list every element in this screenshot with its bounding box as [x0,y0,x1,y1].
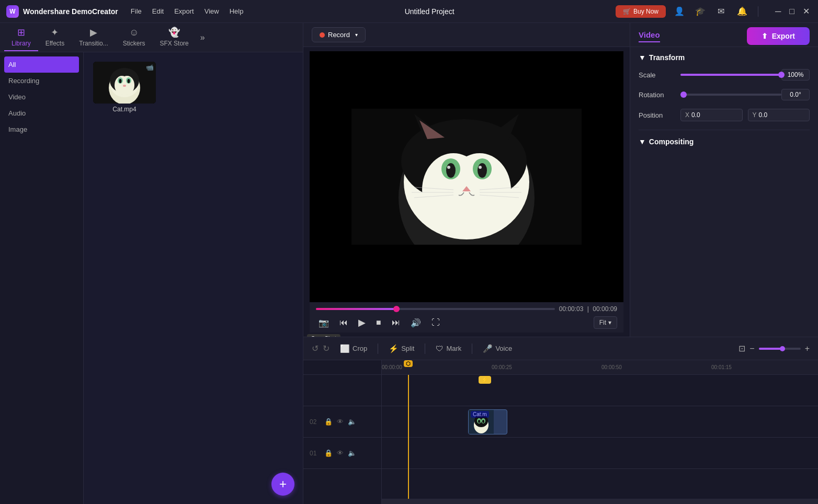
menu-view[interactable]: View [204,7,219,15]
minimize-button[interactable]: ─ [773,6,783,16]
fit-timeline-button[interactable]: ⊡ [739,343,745,353]
zoom-in-button[interactable]: + [805,344,810,353]
center-right-wrapper: ⬆ Export Record ▾ [303,23,818,504]
stop-button[interactable]: ■ [373,317,384,328]
snapshot-button[interactable]: 📷 [316,317,332,329]
ruler-spacer [303,360,381,375]
menu-help[interactable]: Help [230,7,244,15]
timeline-ruler: 00:00:00 00:00:25 00:00:50 00:01:15 00:0… [382,360,818,375]
ruler-50: 00:00:50 [601,364,622,370]
media-thumb-cat: 📹 [93,62,156,104]
toolbar-separator [378,343,378,354]
divider [758,6,758,17]
close-button[interactable]: ✕ [801,6,812,16]
control-buttons: 📷 SnapShot ⏮ ▶ ■ ⏭ 🔊 ⛶ Fit ▾ [316,316,617,329]
transitions-tab-label: Transitio... [79,40,108,47]
track-02-controls: 02 🔒 👁 🔈 [303,418,382,426]
play-button[interactable]: ▶ [356,316,368,329]
menu-edit[interactable]: Edit [152,7,164,15]
playhead: ⬡ [408,375,409,499]
track-02-lock[interactable]: 🔒 [324,418,333,426]
menu-file[interactable]: File [131,7,142,15]
buy-now-button[interactable]: 🛒 Buy Now [616,5,666,18]
pos-y-field[interactable]: Y 0.0 [748,109,810,121]
rotation-slider[interactable] [680,94,781,96]
sfx-tab-label: SFX Store [160,40,188,47]
notification-icon[interactable]: 🔔 [735,4,749,19]
track-01-eye[interactable]: 👁 [337,449,344,457]
crop-tool[interactable]: ⬜ Crop [340,344,367,353]
sidebar-item-all[interactable]: All [4,56,79,73]
add-media-button[interactable]: + [271,473,294,496]
mail-icon[interactable]: ✉ [714,4,729,19]
position-row: Position X 0.0 Y 0.0 [639,109,810,121]
menu-export[interactable]: Export [174,7,194,15]
ruler-115: 00:01:15 [711,364,732,370]
tab-library[interactable]: ⊞ Library [4,24,38,51]
volume-button[interactable]: 🔊 [408,317,424,329]
sidebar-item-audio[interactable]: Audio [0,105,83,121]
track-rows: ⬡ ⚡ [382,375,818,499]
empty-track-row: ⚡ [382,375,818,406]
right-panel-content: ▼ Transform Scale 100% [630,47,818,337]
export-button[interactable]: ⬆ Export [747,27,810,45]
mark-tool[interactable]: 🛡 Mark [436,344,461,353]
track-01-lock[interactable]: 🔒 [324,449,333,457]
center-panel: Record ▾ [303,23,630,337]
transform-section-header[interactable]: ▼ Transform [639,53,810,62]
sfx-tab-icon: 👻 [168,27,180,38]
tab-sfx[interactable]: 👻 SFX Store [152,24,196,51]
record-chevron: ▾ [355,32,358,38]
compositing-section-header[interactable]: ▼ Compositing [639,138,810,146]
media-grid: 📹 Cat.mp4 + [84,52,303,504]
library-tab-icon: ⊞ [17,27,25,38]
track-02-audio[interactable]: 🔈 [348,418,356,426]
toolbar-separator-3 [472,343,472,354]
graduation-icon[interactable]: 🎓 [693,4,708,19]
sidebar-item-image[interactable]: Image [0,121,83,138]
media-type-icon: 📹 [146,64,154,71]
library-tabs: ⊞ Library ✦ Effects ▶ Transitio... ☺ Sti… [0,23,303,52]
snapshot-tooltip: SnapShot [307,334,340,337]
tab-stickers[interactable]: ☺ Stickers [116,24,153,51]
maximize-button[interactable]: □ [787,6,797,16]
progress-track[interactable] [316,308,555,310]
mark-icon: 🛡 [436,344,444,353]
lib-more-button[interactable]: » [196,31,209,44]
rotation-value: 0.0° [781,89,810,100]
library-sidebar: All Recording Video Audio Image [0,52,84,504]
timeline-scrollbar[interactable] [382,499,818,504]
split-tool[interactable]: ⚡ Split [389,344,414,353]
track-labels: 02 🔒 👁 🔈 01 🔒 👁 🔈 [303,360,382,504]
account-icon[interactable]: 👤 [672,4,687,19]
undo-button[interactable]: ↺ [312,343,319,353]
track-01-audio[interactable]: 🔈 [348,449,356,457]
media-item-cat[interactable]: 📹 Cat.mp4 [93,62,156,113]
sidebar-item-video[interactable]: Video [0,89,83,105]
sidebar-item-recording[interactable]: Recording [0,73,83,89]
skip-forward-button[interactable]: ⏭ [389,317,403,328]
rotation-thumb [680,91,687,98]
svg-point-7 [119,79,122,83]
app-logo: W Wondershare DemoCreator [6,5,118,18]
tab-transitions[interactable]: ▶ Transitio... [72,24,116,51]
track-01-row [382,438,818,469]
skip-back-button[interactable]: ⏮ [337,317,350,328]
scale-slider[interactable] [680,74,781,76]
svg-point-21 [479,166,482,169]
track-label-01: 01 🔒 👁 🔈 [303,438,381,469]
tab-effects[interactable]: ✦ Effects [38,24,72,51]
record-button[interactable]: Record ▾ [312,27,366,42]
zoom-out-button[interactable]: − [749,344,754,353]
voice-tool[interactable]: 🎤 Voice [483,344,512,353]
compositing-arrow: ▼ [639,138,646,146]
redo-button[interactable]: ↻ [323,343,330,353]
video-clip[interactable]: Cat.m [468,409,507,434]
fullscreen-button[interactable]: ⛶ [429,317,442,328]
media-item-label: Cat.mp4 [112,106,136,113]
fit-button[interactable]: Fit ▾ [594,316,617,329]
toolbar-separator-2 [425,343,425,354]
zoom-slider[interactable] [759,348,801,350]
track-02-eye[interactable]: 👁 [337,418,344,426]
pos-x-field[interactable]: X 0.0 [680,109,743,121]
